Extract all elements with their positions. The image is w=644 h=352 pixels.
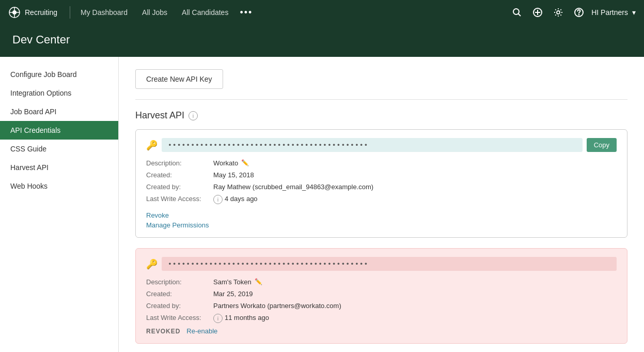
key-row-1: 🔑 ••••••••••••••••••••••••••••••••••••••… (146, 138, 617, 152)
add-button[interactable] (529, 4, 546, 21)
svg-line-5 (519, 14, 521, 17)
key-icon-2: 🔑 (146, 258, 158, 270)
created-row-1: Created: May 15, 2018 (146, 171, 617, 179)
api-card-1: 🔑 ••••••••••••••••••••••••••••••••••••••… (135, 129, 627, 238)
description-row-1: Description: Workato ✏️ (146, 159, 617, 167)
description-label-2: Description: (146, 278, 213, 286)
created-by-row-2: Created by: Partners Workato (partners@w… (146, 302, 617, 310)
sidebar-item-job-board-api[interactable]: Job Board API (0, 102, 118, 121)
last-write-info-icon-2[interactable]: i (213, 314, 223, 323)
last-write-label-1: Last Write Access: (146, 195, 213, 204)
sidebar-item-web-hooks[interactable]: Web Hooks (0, 177, 118, 195)
svg-point-4 (513, 9, 519, 14)
harvest-api-info-icon[interactable]: i (189, 111, 198, 120)
description-value-2: Sam's Token (213, 278, 252, 286)
nav-links: My Dashboard All Jobs All Candidates ••• (74, 4, 509, 21)
description-row-2: Description: Sam's Token ✏️ (146, 278, 617, 286)
user-menu[interactable]: HI Partners (591, 8, 628, 17)
api-key-value-1: ••••••••••••••••••••••••••••••••••••••••… (162, 138, 583, 152)
last-write-row-2: Last Write Access: i 11 months ago (146, 314, 617, 323)
copy-button-1[interactable]: Copy (587, 138, 617, 152)
dev-center-header: Dev Center (0, 25, 644, 57)
nav-all-jobs[interactable]: All Jobs (136, 5, 174, 20)
last-write-value-1: 4 days ago (225, 195, 258, 204)
sidebar: Configure Job Board Integration Options … (0, 57, 119, 352)
sidebar-item-api-credentials[interactable]: API Credentials (0, 121, 118, 140)
page-title: Dev Center (12, 33, 632, 47)
nav-all-candidates[interactable]: All Candidates (176, 5, 234, 20)
top-nav: Recruiting My Dashboard All Jobs All Can… (0, 0, 644, 25)
sidebar-item-configure-job-board[interactable]: Configure Job Board (0, 65, 118, 84)
nav-divider (70, 6, 70, 19)
main-layout: Configure Job Board Integration Options … (0, 57, 644, 352)
last-write-info-icon-1[interactable]: i (213, 195, 223, 204)
logo[interactable]: Recruiting (8, 6, 57, 19)
revoke-link-1[interactable]: Revoke (146, 211, 617, 219)
card-actions-1: Revoke Manage Permissions (146, 211, 617, 229)
create-new-api-key-button[interactable]: Create New API Key (135, 69, 223, 89)
created-by-label-2: Created by: (146, 302, 213, 310)
last-write-row-1: Last Write Access: i 4 days ago (146, 195, 617, 204)
last-write-value-2: 11 months ago (225, 314, 269, 323)
api-card-2: 🔑 ••••••••••••••••••••••••••••••••••••••… (135, 248, 627, 344)
harvest-api-title: Harvest API i (135, 110, 627, 121)
svg-point-9 (557, 11, 560, 14)
section-divider (135, 99, 627, 100)
main-content: Create New API Key Harvest API i 🔑 •••••… (119, 57, 644, 352)
key-icon-1: 🔑 (146, 140, 158, 151)
svg-point-11 (579, 14, 579, 15)
sidebar-item-integration-options[interactable]: Integration Options (0, 84, 118, 102)
api-key-value-2: ••••••••••••••••••••••••••••••••••••••••… (162, 257, 617, 271)
reenable-link[interactable]: Re-enable (186, 327, 217, 335)
manage-permissions-link-1[interactable]: Manage Permissions (146, 221, 617, 229)
nav-icons: HI Partners ▾ (509, 4, 636, 21)
settings-button[interactable] (550, 4, 567, 21)
created-row-2: Created: Mar 25, 2019 (146, 290, 617, 298)
app-name: Recruiting (25, 8, 57, 17)
edit-description-icon-1[interactable]: ✏️ (241, 159, 249, 167)
created-value-2: Mar 25, 2019 (213, 290, 253, 298)
sidebar-item-harvest-api[interactable]: Harvest API (0, 158, 118, 177)
nav-my-dashboard[interactable]: My Dashboard (74, 5, 134, 20)
description-value-1: Workato (213, 159, 238, 167)
created-label-1: Created: (146, 171, 213, 179)
key-row-2: 🔑 ••••••••••••••••••••••••••••••••••••••… (146, 257, 617, 271)
revoked-badge: REVOKED (146, 328, 180, 335)
description-label-1: Description: (146, 159, 213, 167)
revoked-row: REVOKED Re-enable (146, 327, 617, 335)
last-write-label-2: Last Write Access: (146, 314, 213, 323)
created-label-2: Created: (146, 290, 213, 298)
created-by-value-1: Ray Mathew (scrubbed_email_94863@example… (213, 183, 373, 191)
help-button[interactable] (571, 4, 587, 21)
user-dropdown-chevron[interactable]: ▾ (632, 8, 636, 17)
created-value-1: May 15, 2018 (213, 171, 254, 179)
sidebar-item-css-guide[interactable]: CSS Guide (0, 140, 118, 158)
created-by-label-1: Created by: (146, 183, 213, 191)
created-by-row-1: Created by: Ray Mathew (scrubbed_email_9… (146, 183, 617, 191)
edit-description-icon-2[interactable]: ✏️ (255, 278, 262, 286)
created-by-value-2: Partners Workato (partners@workato.com) (213, 302, 341, 310)
greenhouse-logo-icon (8, 6, 21, 19)
nav-more-dots[interactable]: ••• (237, 4, 256, 21)
search-button[interactable] (509, 4, 525, 21)
